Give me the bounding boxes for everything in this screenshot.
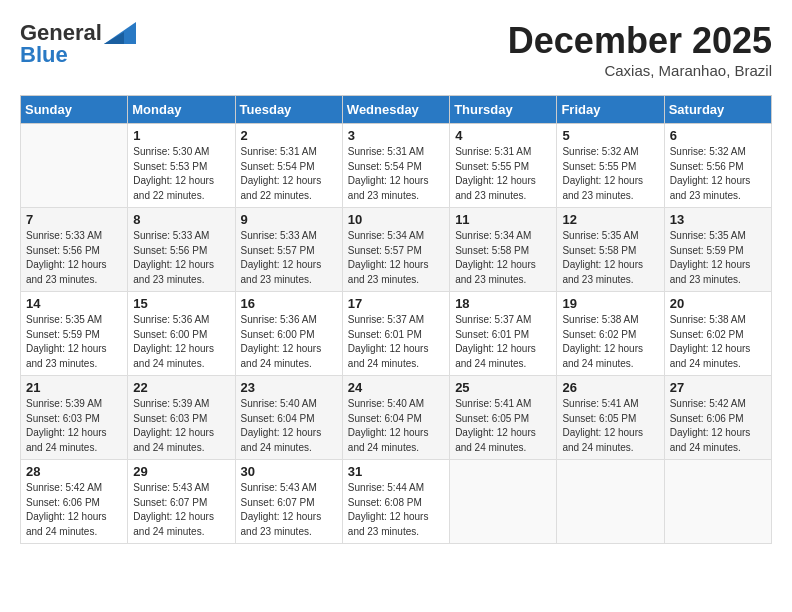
calendar-cell: 25Sunrise: 5:41 AMSunset: 6:05 PMDayligh… bbox=[450, 376, 557, 460]
calendar-cell bbox=[557, 460, 664, 544]
sunrise-text: Sunrise: 5:37 AM bbox=[348, 313, 444, 328]
daylight-label: Daylight: 12 hours bbox=[241, 342, 337, 357]
day-info: Sunrise: 5:42 AMSunset: 6:06 PMDaylight:… bbox=[26, 481, 122, 539]
day-number: 2 bbox=[241, 128, 337, 143]
calendar-cell: 22Sunrise: 5:39 AMSunset: 6:03 PMDayligh… bbox=[128, 376, 235, 460]
daylight-minutes: and 24 minutes. bbox=[348, 441, 444, 456]
sunset-text: Sunset: 5:56 PM bbox=[133, 244, 229, 259]
day-number: 18 bbox=[455, 296, 551, 311]
daylight-minutes: and 23 minutes. bbox=[348, 273, 444, 288]
day-number: 24 bbox=[348, 380, 444, 395]
daylight-label: Daylight: 12 hours bbox=[455, 426, 551, 441]
sunrise-text: Sunrise: 5:34 AM bbox=[455, 229, 551, 244]
logo-blue-text: Blue bbox=[20, 42, 68, 68]
sunset-text: Sunset: 6:01 PM bbox=[348, 328, 444, 343]
daylight-label: Daylight: 12 hours bbox=[241, 426, 337, 441]
daylight-minutes: and 23 minutes. bbox=[133, 273, 229, 288]
sunrise-text: Sunrise: 5:38 AM bbox=[670, 313, 766, 328]
daylight-minutes: and 23 minutes. bbox=[562, 273, 658, 288]
month-title: December 2025 bbox=[508, 20, 772, 62]
sunrise-text: Sunrise: 5:42 AM bbox=[670, 397, 766, 412]
sunset-text: Sunset: 6:06 PM bbox=[670, 412, 766, 427]
sunrise-text: Sunrise: 5:36 AM bbox=[241, 313, 337, 328]
sunrise-text: Sunrise: 5:39 AM bbox=[26, 397, 122, 412]
daylight-minutes: and 23 minutes. bbox=[348, 189, 444, 204]
calendar-cell: 3Sunrise: 5:31 AMSunset: 5:54 PMDaylight… bbox=[342, 124, 449, 208]
daylight-minutes: and 24 minutes. bbox=[562, 357, 658, 372]
calendar-cell: 23Sunrise: 5:40 AMSunset: 6:04 PMDayligh… bbox=[235, 376, 342, 460]
daylight-minutes: and 23 minutes. bbox=[455, 189, 551, 204]
day-info: Sunrise: 5:31 AMSunset: 5:54 PMDaylight:… bbox=[241, 145, 337, 203]
sunset-text: Sunset: 6:07 PM bbox=[133, 496, 229, 511]
day-info: Sunrise: 5:35 AMSunset: 5:58 PMDaylight:… bbox=[562, 229, 658, 287]
calendar-cell: 27Sunrise: 5:42 AMSunset: 6:06 PMDayligh… bbox=[664, 376, 771, 460]
daylight-label: Daylight: 12 hours bbox=[241, 510, 337, 525]
daylight-minutes: and 23 minutes. bbox=[455, 273, 551, 288]
calendar-cell: 30Sunrise: 5:43 AMSunset: 6:07 PMDayligh… bbox=[235, 460, 342, 544]
day-info: Sunrise: 5:38 AMSunset: 6:02 PMDaylight:… bbox=[670, 313, 766, 371]
daylight-label: Daylight: 12 hours bbox=[241, 174, 337, 189]
calendar-cell: 19Sunrise: 5:38 AMSunset: 6:02 PMDayligh… bbox=[557, 292, 664, 376]
day-number: 21 bbox=[26, 380, 122, 395]
weekday-header-tuesday: Tuesday bbox=[235, 96, 342, 124]
day-info: Sunrise: 5:33 AMSunset: 5:57 PMDaylight:… bbox=[241, 229, 337, 287]
sunset-text: Sunset: 6:08 PM bbox=[348, 496, 444, 511]
title-block: December 2025 Caxias, Maranhao, Brazil bbox=[508, 20, 772, 79]
daylight-label: Daylight: 12 hours bbox=[348, 510, 444, 525]
daylight-label: Daylight: 12 hours bbox=[26, 426, 122, 441]
calendar-cell: 31Sunrise: 5:44 AMSunset: 6:08 PMDayligh… bbox=[342, 460, 449, 544]
day-info: Sunrise: 5:43 AMSunset: 6:07 PMDaylight:… bbox=[241, 481, 337, 539]
daylight-label: Daylight: 12 hours bbox=[241, 258, 337, 273]
location-subtitle: Caxias, Maranhao, Brazil bbox=[508, 62, 772, 79]
sunset-text: Sunset: 5:55 PM bbox=[455, 160, 551, 175]
logo: General Blue bbox=[20, 20, 136, 68]
sunset-text: Sunset: 6:06 PM bbox=[26, 496, 122, 511]
sunrise-text: Sunrise: 5:31 AM bbox=[241, 145, 337, 160]
sunset-text: Sunset: 5:58 PM bbox=[562, 244, 658, 259]
sunrise-text: Sunrise: 5:31 AM bbox=[455, 145, 551, 160]
daylight-minutes: and 24 minutes. bbox=[133, 357, 229, 372]
daylight-minutes: and 24 minutes. bbox=[241, 357, 337, 372]
calendar-cell: 21Sunrise: 5:39 AMSunset: 6:03 PMDayligh… bbox=[21, 376, 128, 460]
day-number: 19 bbox=[562, 296, 658, 311]
daylight-minutes: and 23 minutes. bbox=[26, 273, 122, 288]
day-number: 15 bbox=[133, 296, 229, 311]
day-info: Sunrise: 5:43 AMSunset: 6:07 PMDaylight:… bbox=[133, 481, 229, 539]
daylight-minutes: and 24 minutes. bbox=[133, 525, 229, 540]
page-header: General Blue December 2025 Caxias, Maran… bbox=[20, 20, 772, 79]
sunrise-text: Sunrise: 5:43 AM bbox=[241, 481, 337, 496]
day-info: Sunrise: 5:37 AMSunset: 6:01 PMDaylight:… bbox=[455, 313, 551, 371]
day-info: Sunrise: 5:37 AMSunset: 6:01 PMDaylight:… bbox=[348, 313, 444, 371]
sunset-text: Sunset: 6:07 PM bbox=[241, 496, 337, 511]
sunrise-text: Sunrise: 5:38 AM bbox=[562, 313, 658, 328]
sunset-text: Sunset: 6:00 PM bbox=[133, 328, 229, 343]
sunset-text: Sunset: 5:55 PM bbox=[562, 160, 658, 175]
day-info: Sunrise: 5:34 AMSunset: 5:58 PMDaylight:… bbox=[455, 229, 551, 287]
day-number: 26 bbox=[562, 380, 658, 395]
day-info: Sunrise: 5:41 AMSunset: 6:05 PMDaylight:… bbox=[455, 397, 551, 455]
daylight-minutes: and 24 minutes. bbox=[26, 525, 122, 540]
day-info: Sunrise: 5:41 AMSunset: 6:05 PMDaylight:… bbox=[562, 397, 658, 455]
day-number: 7 bbox=[26, 212, 122, 227]
daylight-label: Daylight: 12 hours bbox=[562, 342, 658, 357]
calendar-cell: 7Sunrise: 5:33 AMSunset: 5:56 PMDaylight… bbox=[21, 208, 128, 292]
daylight-minutes: and 23 minutes. bbox=[241, 525, 337, 540]
daylight-label: Daylight: 12 hours bbox=[133, 174, 229, 189]
day-info: Sunrise: 5:40 AMSunset: 6:04 PMDaylight:… bbox=[348, 397, 444, 455]
day-number: 17 bbox=[348, 296, 444, 311]
sunrise-text: Sunrise: 5:33 AM bbox=[26, 229, 122, 244]
calendar-cell: 24Sunrise: 5:40 AMSunset: 6:04 PMDayligh… bbox=[342, 376, 449, 460]
sunset-text: Sunset: 5:56 PM bbox=[670, 160, 766, 175]
sunset-text: Sunset: 5:54 PM bbox=[348, 160, 444, 175]
calendar-cell: 15Sunrise: 5:36 AMSunset: 6:00 PMDayligh… bbox=[128, 292, 235, 376]
sunset-text: Sunset: 6:02 PM bbox=[562, 328, 658, 343]
sunset-text: Sunset: 5:54 PM bbox=[241, 160, 337, 175]
day-number: 30 bbox=[241, 464, 337, 479]
sunset-text: Sunset: 5:59 PM bbox=[670, 244, 766, 259]
sunrise-text: Sunrise: 5:40 AM bbox=[348, 397, 444, 412]
calendar-table: SundayMondayTuesdayWednesdayThursdayFrid… bbox=[20, 95, 772, 544]
weekday-header-sunday: Sunday bbox=[21, 96, 128, 124]
daylight-minutes: and 24 minutes. bbox=[455, 357, 551, 372]
sunrise-text: Sunrise: 5:34 AM bbox=[348, 229, 444, 244]
sunrise-text: Sunrise: 5:35 AM bbox=[26, 313, 122, 328]
